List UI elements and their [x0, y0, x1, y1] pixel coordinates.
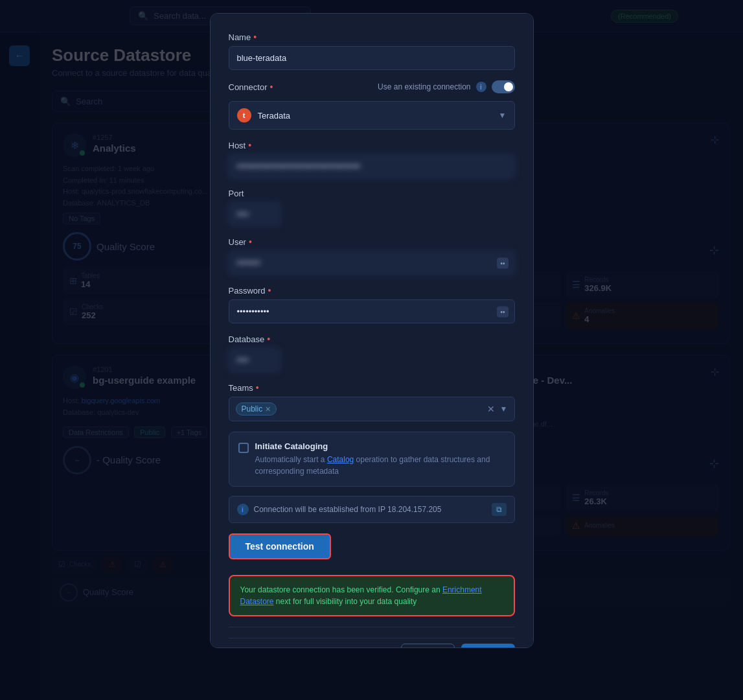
toggle-visibility-button[interactable]: •• [497, 257, 508, 268]
catalog-desc: Automatically start a Catalog operation … [255, 454, 505, 477]
existing-connection-toggle: Use an existing connection i [378, 80, 514, 93]
remove-team-button[interactable]: ✕ [265, 405, 271, 414]
required-indicator: • [248, 140, 251, 150]
chevron-down-icon: ▼ [500, 404, 508, 414]
name-group: Name • [229, 32, 515, 70]
existing-connection-switch[interactable] [492, 80, 515, 93]
required-indicator: • [267, 334, 270, 344]
name-label: Name • [229, 32, 515, 42]
catalog-checkbox[interactable] [238, 443, 249, 453]
user-input[interactable] [229, 251, 515, 275]
teams-group: Teams • Public ✕ ✕ ▼ [229, 382, 515, 421]
user-input-wrap: •• [229, 251, 515, 275]
chevron-down-icon: ▼ [499, 111, 507, 120]
name-input[interactable] [229, 46, 515, 70]
ip-info-text: Connection will be established from IP 1… [254, 505, 486, 514]
datastore-modal: Name • Connector • Use an existing conne… [210, 13, 534, 648]
test-connection-button[interactable]: Test connection [229, 533, 331, 559]
divider [229, 627, 515, 627]
user-label: User • [229, 237, 515, 247]
required-indicator: • [256, 382, 259, 393]
connector-name: Teradata [258, 111, 492, 121]
clear-icon[interactable]: ✕ [487, 404, 495, 414]
info-icon: i [237, 504, 249, 515]
required-indicator: • [253, 32, 257, 42]
connector-group: Connector • Use an existing connection i… [229, 80, 515, 130]
connector-label: Connector [229, 82, 268, 92]
info-icon[interactable]: i [476, 82, 486, 92]
toggle-password-button[interactable]: •• [497, 306, 508, 317]
host-group: Host • [229, 140, 515, 178]
required-indicator: • [268, 285, 271, 296]
connector-label-row: Connector • [229, 82, 273, 92]
finish-button[interactable]: Finish [401, 644, 455, 648]
port-label: Port [229, 189, 515, 198]
teams-select[interactable]: Public ✕ ✕ ▼ [229, 397, 515, 421]
host-input[interactable] [229, 154, 515, 178]
database-input[interactable] [229, 348, 280, 372]
team-tag-public: Public ✕ [236, 402, 277, 415]
catalog-section: Initiate Cataloging Automatically start … [229, 432, 515, 487]
required-indicator: • [249, 237, 252, 247]
password-input-wrap: •• [229, 299, 515, 323]
catalog-title: Initiate Cataloging [255, 441, 505, 451]
connector-row: Connector • Use an existing connection i [229, 80, 515, 93]
port-input[interactable] [229, 202, 280, 226]
modal-footer: Finish Next [229, 638, 515, 648]
password-group: Password • •• [229, 285, 515, 323]
required-indicator: • [269, 82, 273, 92]
success-message: Your datastore connection has been verif… [229, 575, 515, 616]
teams-controls: ✕ ▼ [487, 404, 508, 414]
user-group: User • •• [229, 237, 515, 275]
database-group: Database • [229, 334, 515, 372]
port-group: Port [229, 189, 515, 226]
host-label: Host • [229, 140, 515, 150]
password-input[interactable] [229, 299, 515, 323]
password-label: Password • [229, 285, 515, 296]
ip-info-row: i Connection will be established from IP… [229, 496, 515, 523]
teradata-logo: t [237, 108, 251, 122]
connector-select[interactable]: t Teradata ▼ [229, 101, 515, 130]
modal-overlay: Name • Connector • Use an existing conne… [0, 0, 743, 700]
next-button[interactable]: Next [461, 644, 514, 648]
database-label: Database • [229, 334, 515, 344]
catalog-text: Initiate Cataloging Automatically start … [255, 441, 505, 477]
copy-ip-button[interactable]: ⧉ [492, 503, 507, 516]
teams-label: Teams • [229, 382, 515, 393]
success-text: Your datastore connection has been verif… [240, 584, 503, 607]
